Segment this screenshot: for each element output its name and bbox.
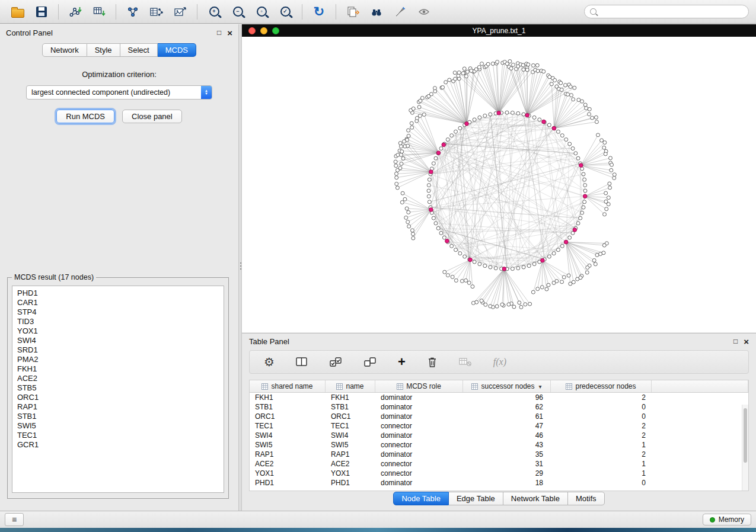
mcds-list-item[interactable]: FKH1 <box>17 364 219 374</box>
table-row[interactable]: TEC1TEC1connector472 <box>250 421 748 431</box>
tab-edge-table[interactable]: Edge Table <box>449 492 503 505</box>
float-window-icon[interactable]: □ <box>217 29 221 36</box>
search-input[interactable] <box>600 7 743 17</box>
binoculars-icon <box>369 5 384 18</box>
tab-network-table[interactable]: Network Table <box>503 492 568 505</box>
column-header-shared-name[interactable]: shared name <box>250 380 326 392</box>
export-image-button[interactable] <box>170 3 191 21</box>
table-row[interactable]: PHD1PHD1dominator180 <box>250 478 748 488</box>
table-cell: 0 <box>551 412 652 421</box>
mcds-list-item[interactable]: SWI4 <box>17 336 219 345</box>
column-header-successor-nodes[interactable]: successor nodes ▾ <box>463 380 551 392</box>
table-cell: 2 <box>551 393 652 402</box>
table-panel-tabs: Node Table Edge Table Network Table Moti… <box>393 492 604 505</box>
mcds-list-item[interactable]: GCR1 <box>17 440 219 450</box>
deselect-all-button[interactable] <box>360 355 380 368</box>
save-session-button[interactable] <box>31 3 52 21</box>
mcds-list-item[interactable]: CAR1 <box>17 298 219 307</box>
zoom-fit-button[interactable]: ▫ <box>251 3 272 21</box>
panel-menu-button[interactable]: ≡ <box>5 513 24 526</box>
tab-mcds[interactable]: MCDS <box>158 43 196 57</box>
node-table: shared name name MCDS role successor nod… <box>249 380 749 491</box>
mcds-result-list[interactable]: PHD1CAR1STP4TID3YOX1SWI4SRD1PMA2FKH1ACE2… <box>12 286 224 493</box>
table-cell: TEC1 <box>250 421 326 431</box>
table-settings-button[interactable]: ⚙ <box>260 355 278 368</box>
close-table-panel-icon[interactable]: × <box>744 337 749 346</box>
zoom-selected-button[interactable]: ✓ <box>275 3 296 21</box>
mcds-list-item[interactable]: RAP1 <box>17 402 219 412</box>
control-panel: Control Panel □ × Network Style Select M… <box>0 24 238 511</box>
tab-style[interactable]: Style <box>87 43 120 57</box>
table-row[interactable]: SWI4SWI4dominator462 <box>250 431 748 440</box>
tab-motifs[interactable]: Motifs <box>568 492 605 505</box>
network-graph[interactable] <box>242 37 756 332</box>
style-details-button[interactable] <box>390 3 411 21</box>
table-scrollbar[interactable] <box>742 405 748 491</box>
open-session-button[interactable] <box>7 3 28 21</box>
show-columns-button[interactable] <box>292 356 311 368</box>
zoom-in-button[interactable]: + <box>203 3 225 21</box>
table-row[interactable]: YOX1YOX1connector291 <box>250 469 748 478</box>
table-row[interactable]: ACE2ACE2connector311 <box>250 459 748 469</box>
mcds-list-item[interactable]: SWI5 <box>17 421 219 431</box>
run-mcds-button[interactable]: Run MCDS <box>56 110 114 123</box>
memory-button[interactable]: Memory <box>703 514 751 525</box>
import-table-button[interactable] <box>88 3 110 21</box>
select-all-button[interactable] <box>326 355 346 368</box>
close-window-icon[interactable]: × <box>227 28 232 37</box>
network-canvas[interactable] <box>242 37 756 332</box>
search-field[interactable] <box>584 5 749 18</box>
table-scrollbar-thumb[interactable] <box>744 408 747 463</box>
mcds-list-item[interactable]: STP4 <box>17 307 219 317</box>
mcds-list-item[interactable]: YOX1 <box>17 326 219 336</box>
tab-node-table[interactable]: Node Table <box>393 492 449 505</box>
add-column-button[interactable]: + <box>394 355 409 369</box>
mcds-list-item[interactable]: STB5 <box>17 383 219 393</box>
import-network-button[interactable] <box>65 3 86 21</box>
table-cell: 96 <box>463 393 551 402</box>
paint-brush-icon <box>394 5 407 18</box>
table-row[interactable]: RAP1RAP1dominator352 <box>250 450 748 459</box>
select-all-icon <box>329 356 342 368</box>
show-hide-graphics-button[interactable] <box>413 3 435 21</box>
table-cell: YOX1 <box>250 469 326 478</box>
export-network-button[interactable] <box>342 3 363 21</box>
close-panel-button[interactable]: Close panel <box>122 110 182 123</box>
mcds-list-item[interactable]: PHD1 <box>17 289 219 298</box>
new-network-button[interactable] <box>122 3 143 21</box>
table-cell: dominator <box>375 393 463 402</box>
table-cell: dominator <box>375 478 463 488</box>
mcds-list-item[interactable]: STB1 <box>17 412 219 421</box>
table-row[interactable]: ORC1ORC1dominator610 <box>250 412 748 421</box>
mcds-list-item[interactable]: ORC1 <box>17 393 219 402</box>
tab-select[interactable]: Select <box>120 43 158 57</box>
zoom-traffic-light[interactable] <box>272 27 279 34</box>
column-header-name[interactable]: name <box>326 380 375 392</box>
find-button[interactable] <box>366 3 387 21</box>
mcds-list-item[interactable]: SRD1 <box>17 345 219 355</box>
column-header-predecessor-nodes[interactable]: predecessor nodes <box>551 380 652 392</box>
mcds-list-item[interactable]: TID3 <box>17 317 219 326</box>
table-row[interactable]: FKH1FKH1dominator962 <box>250 393 748 402</box>
import-network-icon <box>69 5 82 18</box>
mcds-list-item[interactable]: PMA2 <box>17 355 219 364</box>
delete-column-button[interactable] <box>423 355 441 368</box>
zoom-out-button[interactable]: − <box>227 3 248 21</box>
refresh-view-button[interactable]: ↻ <box>308 3 330 21</box>
column-header-mcds-role[interactable]: MCDS role <box>375 380 463 392</box>
mcds-list-item[interactable]: ACE2 <box>17 374 219 383</box>
tab-network[interactable]: Network <box>42 43 87 57</box>
table-row[interactable]: SWI5SWI5connector431 <box>250 440 748 450</box>
float-table-panel-icon[interactable]: □ <box>733 338 738 345</box>
optimization-criterion-select[interactable]: largest connected component (undirected)… <box>26 85 212 100</box>
table-cell: 31 <box>463 459 551 469</box>
table-row[interactable]: STB1STB1dominator620 <box>250 402 748 412</box>
table-cell: connector <box>375 469 463 478</box>
mcds-list-item[interactable]: TEC1 <box>17 431 219 440</box>
select-stepper-icon: ▲▼ <box>201 86 212 99</box>
network-window-titlebar[interactable]: YPA_prune.txt_1 <box>242 24 756 37</box>
network-table-button[interactable] <box>146 3 167 21</box>
close-traffic-light[interactable] <box>248 27 256 34</box>
network-image-icon <box>173 5 187 18</box>
minimize-traffic-light[interactable] <box>260 27 267 34</box>
